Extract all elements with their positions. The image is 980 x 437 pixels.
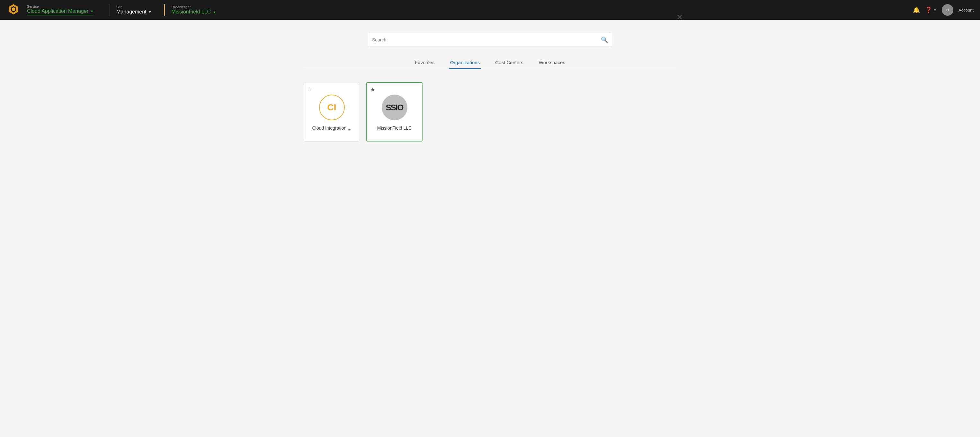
search-input[interactable] xyxy=(372,37,601,42)
help-icon: ❓ xyxy=(925,6,932,13)
tab-cost-centers[interactable]: Cost Centers xyxy=(494,57,525,69)
card-logo-ci: CI xyxy=(319,95,345,120)
service-dropdown-icon: ▼ xyxy=(90,10,94,13)
org-label: Organization xyxy=(171,5,216,9)
tab-workspaces[interactable]: Workspaces xyxy=(538,57,566,69)
card-label-missionfield: MissionField LLC xyxy=(377,125,412,131)
ssio-logo-text: SSIO xyxy=(386,103,403,112)
org-selector[interactable]: Organization MissionField LLC ▲ xyxy=(171,5,216,15)
user-name-text: Account xyxy=(958,8,974,13)
app-logo[interactable] xyxy=(6,2,27,17)
top-navigation: Service Cloud Application Manager ▼ Site… xyxy=(0,0,980,20)
user-avatar[interactable]: U xyxy=(942,4,953,16)
tab-organizations[interactable]: Organizations xyxy=(449,57,481,69)
search-icon: 🔍 xyxy=(601,36,608,43)
favorite-star-cloud-integration[interactable]: ☆ xyxy=(307,86,312,93)
service-name[interactable]: Cloud Application Manager ▼ xyxy=(27,8,94,16)
close-button[interactable]: ✕ xyxy=(676,13,683,21)
notifications-button[interactable]: 🔔 xyxy=(913,6,920,13)
org-name[interactable]: MissionField LLC ▲ xyxy=(171,9,216,15)
site-label: Site xyxy=(116,5,151,9)
org-dropdown-icon: ▲ xyxy=(213,10,216,14)
cards-grid: ☆ CI Cloud Integration ... ★ SSIO Missio… xyxy=(304,79,676,145)
main-content: ✕ 🔍 Favorites Organizations Cost Centers… xyxy=(297,20,683,151)
site-selector[interactable]: Site Management ▼ xyxy=(116,5,151,15)
topnav-right: 🔔 ❓ ▼ U Account xyxy=(913,4,974,16)
site-dropdown-icon: ▼ xyxy=(148,10,152,14)
nav-divider-2 xyxy=(164,4,165,16)
site-name[interactable]: Management ▼ xyxy=(116,9,151,15)
card-label-cloud-integration: Cloud Integration ... xyxy=(312,125,351,131)
favorite-star-missionfield[interactable]: ★ xyxy=(370,86,375,93)
nav-divider-1 xyxy=(110,4,110,16)
service-selector[interactable]: Service Cloud Application Manager ▼ xyxy=(27,5,94,16)
tab-favorites[interactable]: Favorites xyxy=(414,57,436,69)
help-dropdown-icon: ▼ xyxy=(934,8,937,12)
tabs-container: Favorites Organizations Cost Centers Wor… xyxy=(304,57,676,69)
card-logo-ssio: SSIO xyxy=(382,95,407,120)
card-cloud-integration[interactable]: ☆ CI Cloud Integration ... xyxy=(304,82,360,141)
user-menu-button[interactable]: Account xyxy=(958,8,974,13)
search-container: 🔍 xyxy=(304,33,676,47)
card-missionfield-llc[interactable]: ★ SSIO MissionField LLC xyxy=(366,82,423,141)
help-button[interactable]: ❓ ▼ xyxy=(925,6,937,13)
search-bar: 🔍 xyxy=(368,33,612,47)
ci-logo-text: CI xyxy=(328,102,336,112)
service-label: Service xyxy=(27,5,94,8)
